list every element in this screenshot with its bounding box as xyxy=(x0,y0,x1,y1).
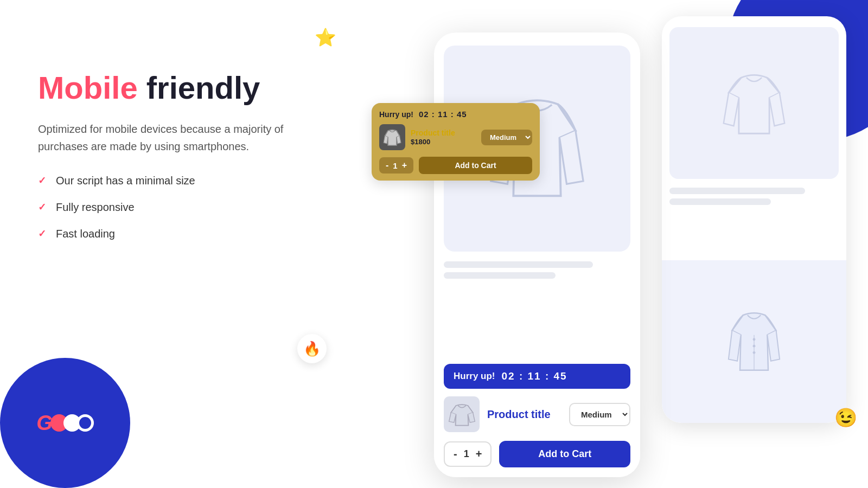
shirt-svg-back-2 xyxy=(719,298,789,385)
logo-rings xyxy=(55,414,94,432)
content-line-m1 xyxy=(444,261,593,268)
logo-circle: G xyxy=(0,358,130,488)
headline: Mobile friendly xyxy=(38,70,342,105)
shirt-svg-back xyxy=(713,62,795,144)
actions-row: - 1 + Add to Cart xyxy=(444,441,630,467)
float-card-add-to-cart-button[interactable]: Add to Cart xyxy=(419,157,532,174)
content-line-1 xyxy=(669,188,805,194)
float-card-thumb-svg xyxy=(381,126,403,148)
phone-back-product-image xyxy=(669,27,839,179)
feature-text-3: Fast loading xyxy=(56,228,115,240)
float-card-header: Hurry up! 02 : 11 : 45 xyxy=(379,110,532,119)
feature-list: ✓ Our script has a minimal size ✓ Fully … xyxy=(38,175,342,240)
content-line-2 xyxy=(669,198,771,205)
hurry-label: Hurry up! xyxy=(454,371,495,382)
product-thumbnail xyxy=(444,396,480,432)
hurry-bar: Hurry up! 02 : 11 : 45 xyxy=(444,364,630,389)
star-icon: ⭐ xyxy=(315,27,336,48)
feature-item-2: ✓ Fully responsive xyxy=(38,201,342,214)
phone-back-bottom xyxy=(662,260,846,423)
subtitle: Optimized for mobile devices because a m… xyxy=(38,120,298,155)
check-icon-3: ✓ xyxy=(38,228,46,240)
float-card-qty: - 1 + xyxy=(379,157,413,174)
feature-text-2: Fully responsive xyxy=(56,201,135,214)
fire-icon: 🔥 xyxy=(297,334,327,363)
logo: G xyxy=(36,412,94,435)
product-thumb-svg xyxy=(447,400,477,429)
back-content-lines xyxy=(669,188,839,205)
float-card-title: Product title xyxy=(411,129,476,138)
phone-bottom: Hurry up! 02 : 11 : 45 Product title xyxy=(434,364,640,477)
ring-blue xyxy=(76,414,94,432)
smiley-icon: 😉 xyxy=(834,407,857,428)
phone-back xyxy=(662,16,846,423)
phone-front: Hurry up! 02 : 11 : 45 Product title xyxy=(434,33,640,477)
float-card-plus-button[interactable]: + xyxy=(402,160,407,170)
feature-item-1: ✓ Our script has a minimal size xyxy=(38,175,342,187)
hurry-timer: 02 : 11 : 45 xyxy=(502,370,567,382)
headline-mobile: Mobile xyxy=(38,70,138,105)
product-row: Product title Medium Small Large XL xyxy=(444,396,630,432)
phones-container: Hurry up! 02 : 11 : 45 Product title $18… xyxy=(380,0,868,488)
float-card-actions: - 1 + Add to Cart xyxy=(379,157,532,174)
float-card-price: $1800 xyxy=(411,138,476,146)
float-card-qty-value: 1 xyxy=(393,161,397,170)
minus-button[interactable]: - xyxy=(454,448,457,460)
float-card-size-select[interactable]: Medium Small Large xyxy=(481,130,532,145)
feature-item-3: ✓ Fast loading xyxy=(38,228,342,240)
product-info: Product title xyxy=(487,408,561,421)
quantity-control: - 1 + xyxy=(444,441,492,467)
phone-content-lines xyxy=(444,261,630,283)
float-card-product: Product title $1800 Medium Small Large xyxy=(379,124,532,150)
float-card-timer: 02 : 11 : 45 xyxy=(419,110,467,119)
float-card-info: Product title $1800 xyxy=(411,129,476,146)
headline-friendly: friendly xyxy=(138,70,260,105)
phone-back-inner xyxy=(662,16,846,217)
left-content: Mobile friendly Optimized for mobile dev… xyxy=(38,70,342,254)
quantity-value: 1 xyxy=(464,448,469,460)
float-card-thumb xyxy=(379,124,405,150)
float-card: Hurry up! 02 : 11 : 45 Product title $18… xyxy=(372,103,540,181)
product-title: Product title xyxy=(487,408,561,421)
content-line-m2 xyxy=(444,272,556,279)
float-card-minus-button[interactable]: - xyxy=(386,160,388,170)
check-icon-1: ✓ xyxy=(38,175,46,187)
size-select[interactable]: Medium Small Large XL xyxy=(569,403,630,426)
feature-text-1: Our script has a minimal size xyxy=(56,175,195,187)
float-card-hurry-label: Hurry up! xyxy=(379,110,413,119)
check-icon-2: ✓ xyxy=(38,201,46,213)
plus-button[interactable]: + xyxy=(476,448,482,460)
add-to-cart-button[interactable]: Add to Cart xyxy=(499,441,630,467)
